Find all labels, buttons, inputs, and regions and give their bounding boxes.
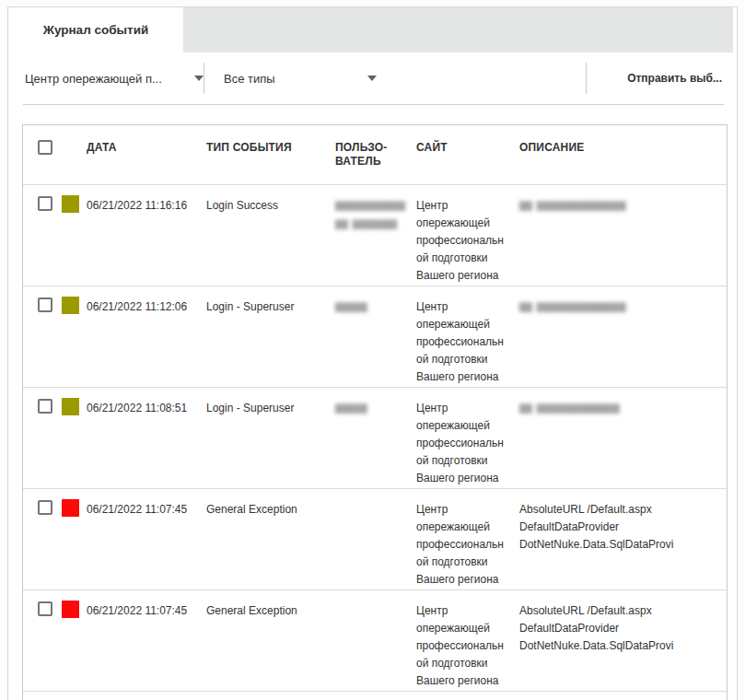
- event-site: Центр опережающей профессиональной подго…: [416, 489, 519, 589]
- select-all-checkbox[interactable]: [38, 140, 52, 155]
- header-description: ОПИСАНИЕ: [519, 125, 727, 155]
- event-site: Центр опережающей профессиональной подго…: [416, 185, 519, 285]
- table-row: 06/21/2022 11:12:06 Login - Superuser ██…: [23, 286, 727, 387]
- select-all-cell: [23, 125, 62, 158]
- severity-indicator: [62, 195, 79, 213]
- header-type: ТИП СОБЫТИЯ: [206, 125, 335, 155]
- event-user: [335, 590, 416, 602]
- event-date: 06/21/2022 11:07:45: [87, 590, 206, 620]
- event-site: Центр опережающей профессиональной подго…: [416, 286, 519, 386]
- row-checkbox-cell: [23, 590, 62, 622]
- table-row-partial: [23, 691, 727, 700]
- filter-divider: [204, 63, 204, 94]
- header-site: САЙТ: [416, 125, 519, 155]
- event-description: AbsoluteURL /Default.aspx DefaultDataPro…: [519, 590, 727, 655]
- row-checkbox[interactable]: [38, 196, 52, 211]
- row-checkbox[interactable]: [38, 399, 52, 414]
- header-severity-spacer: [62, 125, 87, 141]
- filter-bar: Центр опережающей п... Все типы Отправит…: [8, 52, 737, 104]
- filter-separator: [23, 104, 724, 105]
- row-checkbox[interactable]: [38, 500, 52, 515]
- event-user: [335, 489, 416, 501]
- row-checkbox[interactable]: [38, 298, 52, 312]
- event-type: Login - Superuser: [206, 388, 335, 417]
- event-type: General Exception: [206, 590, 335, 620]
- event-description: ██ ██████████████: [519, 185, 727, 216]
- severity-cell: [62, 590, 87, 624]
- event-date: 06/21/2022 11:16:16: [87, 185, 206, 215]
- severity-indicator: [62, 601, 79, 618]
- event-date: 06/21/2022 11:07:45: [87, 489, 206, 519]
- table-row: 06/21/2022 11:08:51 Login - Superuser ██…: [23, 387, 727, 488]
- type-filter-value: Все типы: [224, 72, 275, 86]
- row-checkbox-cell: [23, 489, 62, 520]
- chevron-down-icon: [194, 76, 204, 81]
- send-selected-button[interactable]: Отправить выб...: [627, 72, 722, 85]
- event-user: █████: [335, 286, 416, 317]
- type-filter-dropdown[interactable]: Все типы: [224, 72, 377, 86]
- row-checkbox-cell: [23, 185, 62, 216]
- table-row: 06/21/2022 11:07:45 General Exception Це…: [23, 589, 727, 691]
- event-description: ██ █████████████: [519, 388, 727, 418]
- severity-cell: [62, 185, 87, 218]
- event-table: ДАТА ТИП СОБЫТИЯ ПОЛЬЗО-ВАТЕЛЬ САЙТ ОПИС…: [22, 124, 728, 700]
- table-header-row: ДАТА ТИП СОБЫТИЯ ПОЛЬЗО-ВАТЕЛЬ САЙТ ОПИС…: [23, 125, 727, 184]
- filter-divider: [586, 63, 587, 94]
- table-row: 06/21/2022 11:07:45 General Exception Це…: [23, 488, 727, 589]
- event-date: 06/21/2022 11:08:51: [87, 388, 206, 417]
- event-user: █████: [335, 388, 416, 418]
- event-date: 06/21/2022 11:12:06: [87, 286, 206, 316]
- event-type: General Exception: [206, 489, 335, 519]
- event-user: █████████████ ███████: [335, 185, 416, 234]
- table-body: 06/21/2022 11:16:16 Login Success ██████…: [23, 184, 727, 691]
- portal-filter-value: Центр опережающей п...: [25, 72, 162, 86]
- tab-event-log-label: Журнал событий: [43, 23, 149, 37]
- severity-indicator: [62, 398, 79, 415]
- severity-cell: [62, 489, 87, 522]
- event-type: Login Success: [206, 185, 335, 215]
- header-date: ДАТА: [87, 125, 206, 155]
- severity-cell: [62, 388, 87, 421]
- event-site: Центр опережающей профессиональной подго…: [416, 590, 519, 690]
- table-row: 06/21/2022 11:16:16 Login Success ██████…: [23, 184, 727, 286]
- row-checkbox-cell: [23, 388, 62, 419]
- event-type: Login - Superuser: [206, 286, 335, 316]
- event-site: Центр опережающей профессиональной подго…: [416, 388, 519, 487]
- header-user: ПОЛЬЗО-ВАТЕЛЬ: [335, 125, 416, 169]
- event-log-panel: Журнал событий Центр опережающей п... Вс…: [7, 6, 738, 700]
- row-checkbox[interactable]: [38, 601, 52, 616]
- event-description: ██ ██████████████: [519, 286, 727, 317]
- tab-strip: Журнал событий: [8, 7, 737, 52]
- severity-indicator: [62, 499, 79, 517]
- event-description: AbsoluteURL /Default.aspx DefaultDataPro…: [519, 489, 727, 554]
- severity-cell: [62, 286, 87, 320]
- tab-strip-rest: [183, 7, 733, 52]
- severity-indicator: [62, 297, 79, 314]
- tab-event-log[interactable]: Журнал событий: [8, 7, 183, 52]
- row-checkbox-cell: [23, 286, 62, 318]
- portal-filter-dropdown[interactable]: Центр опережающей п...: [25, 72, 204, 86]
- chevron-down-icon: [367, 76, 377, 81]
